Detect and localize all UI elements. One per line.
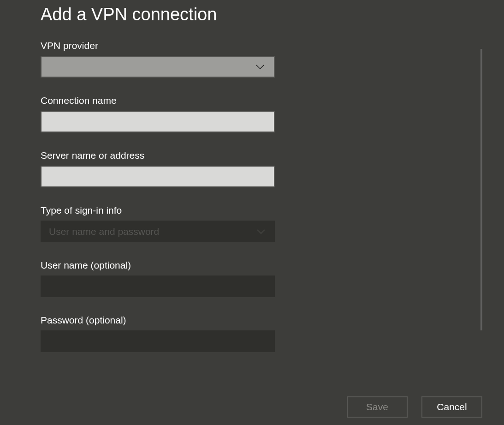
username-label: User name (optional)	[41, 260, 463, 271]
scrollbar[interactable]	[480, 49, 482, 330]
signin-type-label: Type of sign-in info	[41, 205, 463, 216]
vpn-provider-label: VPN provider	[41, 40, 463, 51]
password-input[interactable]	[41, 330, 275, 352]
signin-type-dropdown[interactable]: User name and password	[41, 221, 275, 242]
signin-type-value: User name and password	[49, 226, 255, 237]
cancel-button[interactable]: Cancel	[421, 396, 482, 418]
page-title: Add a VPN connection	[41, 5, 463, 24]
chevron-down-icon	[255, 226, 267, 237]
server-address-input[interactable]	[41, 166, 275, 187]
vpn-provider-dropdown[interactable]	[41, 56, 275, 78]
chevron-down-icon	[255, 61, 266, 72]
username-input[interactable]	[41, 275, 275, 297]
connection-name-input[interactable]	[41, 111, 275, 132]
connection-name-label: Connection name	[41, 95, 463, 106]
server-address-label: Server name or address	[41, 150, 463, 161]
save-button[interactable]: Save	[347, 396, 408, 418]
password-label: Password (optional)	[41, 315, 463, 326]
